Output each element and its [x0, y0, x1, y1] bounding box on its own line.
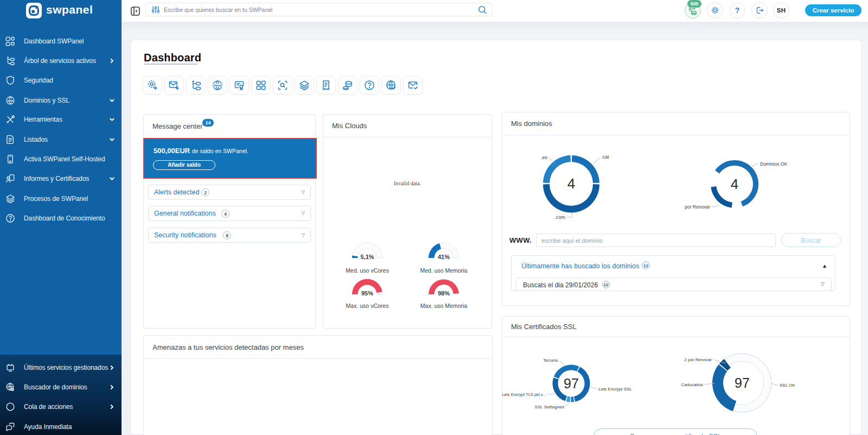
- svg-text:Lets Encrypt SSL: Lets Encrypt SSL: [598, 387, 632, 392]
- svg-text:SSL OK: SSL OK: [780, 383, 795, 388]
- svg-text:97: 97: [735, 375, 750, 390]
- svg-text:4: 4: [567, 175, 575, 192]
- svg-text:.com: .com: [554, 215, 565, 220]
- svg-text:www: www: [7, 99, 14, 102]
- svg-text:Lets Encrypt TLS pel c...: Lets Encrypt TLS pel c...: [502, 392, 546, 397]
- svg-text:Tercera: Tercera: [543, 358, 558, 363]
- svg-text:SSL Selfsigned: SSL Selfsigned: [535, 405, 564, 409]
- svg-text:Dominios OK: Dominios OK: [760, 161, 787, 167]
- svg-text:por Renovar: por Renovar: [685, 204, 710, 210]
- svg-text:Caducados: Caducados: [681, 382, 703, 387]
- svg-text:2 por Renovar: 2 por Renovar: [684, 357, 712, 362]
- svg-text:.cat: .cat: [601, 154, 609, 160]
- svg-text:.es: .es: [541, 155, 548, 160]
- svg-text:97: 97: [564, 376, 579, 391]
- svg-text:4: 4: [731, 176, 738, 192]
- svg-text:www: www: [213, 83, 222, 87]
